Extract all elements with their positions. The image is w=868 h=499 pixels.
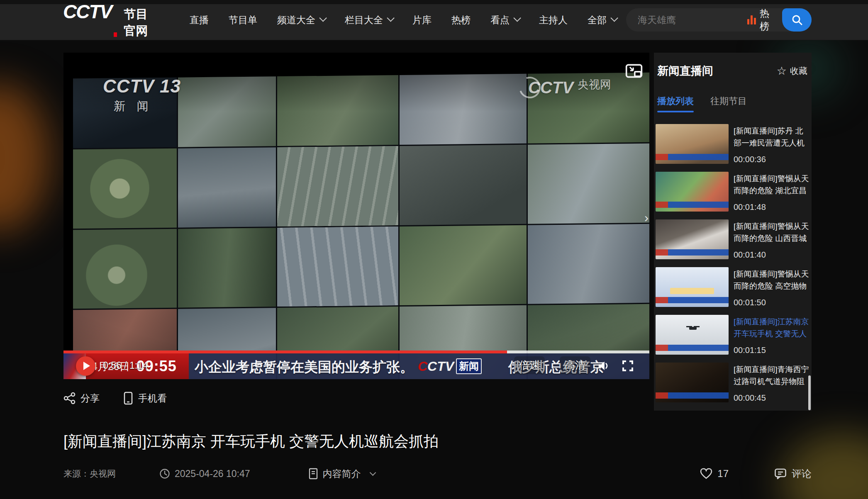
tab-playlist[interactable]: 播放列表	[657, 95, 694, 112]
camera-tile	[277, 146, 398, 226]
source-label: 来源：央视网	[63, 468, 116, 480]
video-thumbnail	[656, 172, 729, 212]
camera-tile	[400, 225, 527, 305]
camera-wall-video-frame	[73, 73, 649, 379]
search-bar: 热榜	[626, 8, 812, 32]
favorite-button[interactable]: ☆ 收藏	[777, 65, 807, 77]
progress-fill	[63, 351, 507, 353]
scrollbar-thumb[interactable]	[808, 375, 811, 410]
main-nav: 直播 节目单 频道大全 栏目大全 片库 热榜 看点 主持人 全部	[180, 14, 626, 27]
ticker-headline: 小企业考虑暂停在美国的业务扩张。	[195, 358, 414, 377]
clock-icon	[159, 468, 170, 479]
picture-in-picture-icon	[625, 63, 643, 79]
cctv-logo[interactable]: CCTV 节目官网	[63, 0, 159, 39]
comment-icon	[774, 468, 787, 480]
play-button[interactable]	[76, 356, 95, 376]
playlist-item[interactable]: [新闻直播间]警惕从天而降的危险 高空抛物 00:01:50	[654, 266, 812, 314]
video-thumbnail	[656, 267, 729, 307]
page: CCTV 节目官网 直播 节目单 频道大全 栏目大全 片库 热榜 看点	[0, 0, 868, 499]
duration-label: 00:01:48	[734, 202, 766, 212]
chevron-down-icon	[319, 14, 327, 22]
nav-item-channels[interactable]: 频道大全	[267, 14, 335, 27]
duration-label: 00:00:45	[734, 393, 766, 403]
camera-tile	[178, 76, 276, 147]
cctv-site-watermark: CCTV 央视网	[519, 77, 611, 98]
time-display: 0:56 / 1:14	[103, 360, 148, 371]
nav-item-highlights[interactable]: 看点	[480, 14, 529, 27]
cctv-logo-red-dot	[114, 32, 117, 37]
volume-button[interactable]	[595, 358, 613, 374]
phone-icon	[123, 392, 134, 405]
camera-tile	[400, 74, 527, 145]
camera-tile	[73, 229, 177, 309]
like-button[interactable]: 17	[700, 468, 729, 480]
video-thumbnail	[656, 219, 729, 259]
star-icon: ☆	[777, 66, 787, 77]
nav-item-hosts[interactable]: 主持人	[529, 14, 578, 27]
camera-tile	[178, 148, 276, 228]
watch-on-phone-button[interactable]: 手机看	[123, 392, 167, 405]
site-name: 节目官网	[124, 6, 159, 39]
publish-time: 2025-04-26 10:47	[159, 468, 250, 480]
playlist-item[interactable]: [新闻直播间]青海西宁 过路司机气道异物阻 00:00:45	[654, 362, 812, 409]
camera-tile	[277, 75, 398, 146]
playlist-sidebar: 新闻直播间 ☆ 收藏 播放列表 往期节目 [新闻直播间]苏丹 北部一难民营遭无人…	[654, 53, 812, 411]
playlist: [新闻直播间]苏丹 北部一难民营遭无人机 00:00:36 [新闻直播间]警惕从…	[654, 123, 812, 411]
content-summary-toggle[interactable]: 内容简介	[308, 467, 374, 480]
playlist-item[interactable]: [新闻直播间]警惕从天而降的危险 山西晋城 00:01:40	[654, 219, 812, 266]
camera-tile	[178, 228, 276, 308]
search-button[interactable]	[782, 8, 812, 32]
tab-past-programs[interactable]: 往期节目	[710, 95, 747, 112]
picture-in-picture-button[interactable]	[622, 61, 646, 80]
playlist-item[interactable]: [新闻直播间]警惕从天而降的危险 湖北宜昌 00:01:48	[654, 171, 812, 219]
duration-label: 00:01:50	[734, 298, 766, 307]
camera-tile	[527, 224, 649, 304]
camera-tile	[277, 226, 398, 307]
program-title: 新闻直播间	[657, 63, 713, 78]
collapse-sidebar-chevron[interactable]: ›	[644, 212, 649, 224]
share-icon	[63, 392, 76, 404]
share-button[interactable]: 分享	[63, 392, 100, 405]
cctv13-watermark: CCTV 13 新 闻	[103, 76, 181, 114]
chevron-down-icon	[513, 14, 521, 22]
fullscreen-icon	[622, 360, 634, 372]
search-input[interactable]	[626, 9, 746, 31]
document-icon	[308, 468, 318, 480]
camera-tile	[73, 148, 177, 229]
video-thumbnail	[656, 124, 729, 164]
duration-label: 00:00:36	[734, 155, 766, 164]
search-icon	[791, 14, 803, 26]
hot-search-toggle[interactable]: 热榜	[746, 7, 782, 33]
background-glow-left	[0, 83, 50, 232]
video-thumbnail	[656, 315, 729, 355]
camera-tile	[400, 145, 527, 225]
video-title: [新闻直播间]江苏南京 开车玩手机 交警无人机巡航会抓拍	[63, 431, 439, 452]
duration-label: 00:01:40	[734, 250, 766, 260]
camera-tile	[527, 144, 649, 224]
cctv-news-logo: C CTV 新闻	[418, 358, 482, 374]
playback-speed-button[interactable]: 倍速	[514, 356, 545, 374]
chevron-down-icon	[369, 469, 376, 476]
action-row: 分享 手机看	[63, 392, 167, 405]
background-glow-corner	[781, 433, 868, 499]
video-player[interactable]: CCTV 13 新 闻 CCTV 央视网 4月26日 09:55 小企业考虑暂停…	[63, 53, 649, 379]
top-navbar: CCTV 节目官网 直播 节目单 频道大全 栏目大全 片库 热榜 看点	[0, 0, 868, 40]
nav-item-all[interactable]: 全部	[578, 14, 626, 27]
nav-item-live[interactable]: 直播	[180, 14, 219, 27]
nav-item-hot-list[interactable]: 热榜	[441, 14, 480, 27]
playlist-item[interactable]: [新闻直播间]苏丹 北部一难民营遭无人机 00:00:36	[654, 123, 812, 171]
nav-item-schedule[interactable]: 节目单	[219, 14, 267, 27]
sidebar-tabs: 播放列表 往期节目	[657, 95, 747, 112]
like-count: 17	[717, 468, 729, 480]
video-thumbnail	[656, 363, 729, 402]
playlist-item-current[interactable]: [新闻直播间]江苏南京 开车玩手机 交警无人 00:01:15	[654, 314, 812, 362]
nav-item-columns[interactable]: 栏目大全	[335, 14, 402, 27]
comment-button[interactable]: 评论	[774, 467, 812, 480]
progress-bar[interactable]	[63, 351, 649, 353]
chevron-down-icon	[610, 14, 618, 22]
speaker-icon	[597, 360, 610, 372]
sidebar-header: 新闻直播间 ☆ 收藏	[657, 63, 807, 78]
nav-item-library[interactable]: 片库	[402, 14, 441, 27]
fullscreen-button[interactable]	[619, 358, 637, 374]
quality-button[interactable]: 高清	[560, 356, 590, 374]
